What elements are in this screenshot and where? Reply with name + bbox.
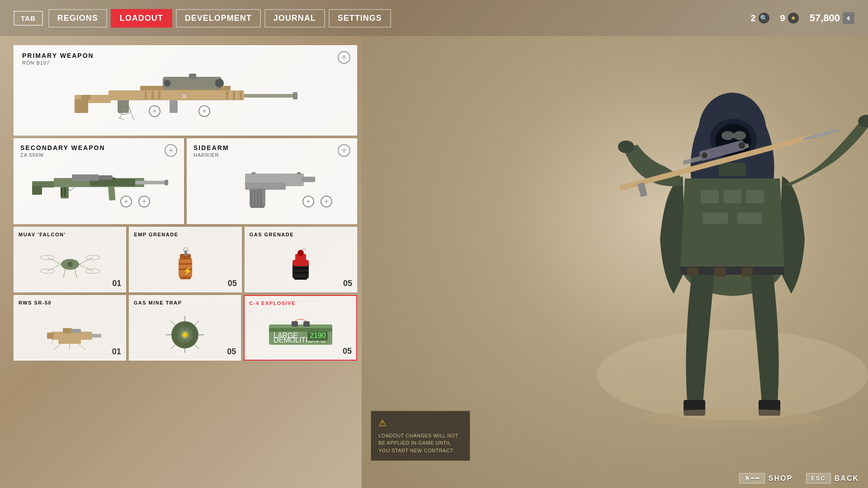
nav-loadout[interactable]: LOADOUT (111, 9, 172, 28)
svg-rect-35 (135, 181, 167, 184)
emp-grenade-icon: ⚡ (167, 244, 203, 285)
svg-rect-67 (179, 263, 192, 265)
svg-rect-34 (99, 175, 113, 180)
primary-weapon-name: RON B107 (22, 60, 349, 66)
svg-rect-119 (701, 190, 719, 203)
gas-mine-icon (160, 312, 210, 353)
secondary-attachment-btn-2[interactable]: + (138, 196, 150, 207)
svg-point-75 (299, 251, 302, 253)
svg-rect-20 (226, 91, 228, 99)
sidearm-add-button[interactable]: + (338, 144, 350, 157)
equip-gas-grenade[interactable]: GAS GRENADE (245, 227, 357, 292)
main-nav: TAB REGIONS LOADOUT DEVELOPMENT JOURNAL … (0, 0, 868, 36)
gas-grenade-title: GAS GRENADE (250, 232, 352, 237)
sidearm-panel: SIDEARM HARRIER + (187, 138, 357, 224)
stars-stat: 9 ★ (780, 13, 799, 23)
nav-development[interactable]: DEVELOPMENT (176, 9, 261, 28)
svg-rect-33 (72, 174, 99, 181)
sidearm-attachment-btn-1[interactable]: + (302, 196, 314, 207)
equipment-row-1: MUAV 'FALCON' (14, 227, 357, 292)
equip-emp-grenade[interactable]: EMP GRENADE ⚡ (129, 227, 241, 292)
svg-line-61 (63, 269, 66, 278)
svg-rect-76 (292, 267, 309, 269)
svg-rect-18 (151, 91, 154, 99)
svg-rect-109 (303, 321, 310, 327)
warning-text: LOADOUT CHANGES WILL NOT BE APPLIED IN-G… (378, 432, 462, 455)
svg-rect-2 (81, 95, 90, 99)
primary-weapon-panel: PRIMARY WEAPON RON B107 + (14, 45, 357, 136)
svg-rect-87 (72, 329, 81, 333)
svg-point-116 (722, 131, 734, 140)
intel-icon: 🔍 (759, 13, 769, 23)
svg-rect-23 (170, 100, 178, 113)
primary-weapon-add-button[interactable]: + (338, 51, 350, 64)
bottom-nav: 🖱━━ SHOP ESC BACK (739, 473, 859, 483)
c4-count: 05 (343, 347, 352, 356)
svg-rect-118 (719, 163, 746, 176)
svg-point-99 (183, 333, 187, 337)
svg-rect-41 (302, 177, 315, 182)
secondary-weapon-add-button[interactable]: + (165, 144, 177, 157)
svg-line-94 (195, 321, 199, 325)
svg-rect-105 (269, 328, 332, 332)
svg-line-13 (118, 117, 124, 120)
secondary-attachment-btn-1[interactable]: + (120, 196, 132, 207)
nav-settings[interactable]: SETTINGS (329, 9, 391, 28)
svg-rect-48 (250, 206, 264, 208)
sidearm-display: + + (193, 158, 350, 212)
svg-point-124 (618, 141, 634, 153)
rws-icon (38, 314, 101, 351)
svg-rect-32 (113, 178, 115, 179)
emp-grenade-title: EMP GRENADE (134, 232, 236, 237)
tab-key-button[interactable]: TAB (14, 11, 43, 26)
svg-rect-39 (165, 180, 168, 185)
svg-rect-79 (58, 339, 81, 344)
gas-grenade-icon (283, 244, 319, 285)
equip-c4-explosive[interactable]: C-4 EXPLOSIVE LARGE DEMOLITION C (244, 295, 357, 361)
primary-weapon-label: PRIMARY WEAPON (22, 52, 349, 59)
primary-weapon-display: + + (22, 66, 349, 124)
stars-icon: ★ (788, 13, 799, 23)
svg-rect-22 (240, 91, 242, 99)
nav-journal[interactable]: JOURNAL (264, 9, 325, 28)
gas-mine-count: 05 (227, 347, 236, 357)
back-button[interactable]: ESC BACK (806, 473, 859, 483)
svg-rect-15 (244, 94, 296, 98)
svg-rect-65 (184, 250, 187, 256)
shop-key: 🖱━━ (739, 473, 765, 483)
sidearm-name: HARRIER (193, 152, 350, 158)
svg-rect-108 (292, 321, 298, 327)
shop-label: SHOP (769, 474, 793, 483)
rws-sr50-count: 01 (112, 347, 121, 357)
equip-rws-sr50[interactable]: RWS SR-50 (14, 295, 126, 361)
gas-grenade-image (250, 239, 352, 289)
rws-sr50-title: RWS SR-50 (19, 300, 121, 305)
svg-rect-50 (297, 172, 301, 174)
svg-line-95 (171, 345, 175, 349)
svg-rect-86 (63, 328, 72, 333)
attachment-btn-2[interactable]: + (198, 105, 210, 117)
shop-button[interactable]: 🖱━━ SHOP (739, 473, 793, 483)
svg-rect-45 (254, 189, 256, 206)
svg-rect-78 (294, 278, 307, 280)
svg-rect-120 (723, 190, 741, 203)
sidearm-attachment-btn-2[interactable]: + (321, 196, 332, 207)
currency-icon: ¢ (843, 12, 854, 24)
svg-rect-21 (233, 91, 235, 99)
equip-muav-falcon[interactable]: MUAV 'FALCON' (14, 227, 126, 292)
svg-point-139 (642, 409, 823, 427)
equip-gas-mine-trap[interactable]: GAS MINE TRAP (129, 295, 241, 361)
svg-line-93 (171, 321, 175, 325)
attachment-btn-1[interactable]: + (149, 105, 160, 117)
secondary-weapon-display: + + (20, 158, 177, 212)
currency-value: 57,800 (810, 12, 840, 24)
svg-point-9 (215, 79, 224, 88)
svg-rect-84 (91, 334, 101, 338)
nav-regions[interactable]: REGIONS (48, 9, 107, 28)
svg-rect-44 (250, 189, 253, 206)
svg-text:2190: 2190 (310, 332, 326, 339)
svg-line-62 (75, 269, 77, 278)
secondary-weapon-label: SECONDARY WEAPON (20, 144, 177, 151)
weapons-row: SECONDARY WEAPON ZA 556W + (14, 138, 357, 224)
primary-weapon-image (72, 70, 298, 120)
